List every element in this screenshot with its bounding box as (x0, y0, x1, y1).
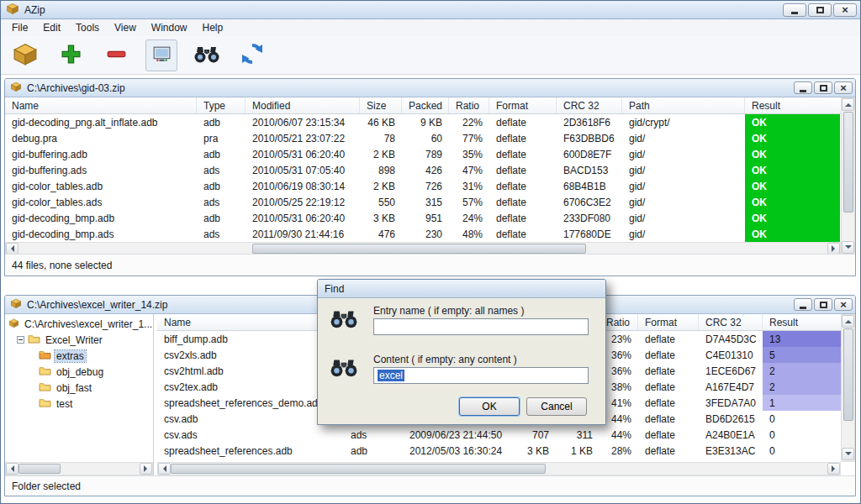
ok-button[interactable]: OK (459, 397, 520, 416)
gid03-vertical-scrollbar[interactable] (841, 97, 855, 255)
cell-size: 46 KB (360, 114, 402, 130)
cell-type: adb (344, 443, 403, 459)
column-header-modified[interactable]: Modified (246, 97, 360, 113)
column-header-crc32[interactable]: CRC 32 (699, 314, 763, 330)
scroll-up-button[interactable] (842, 315, 854, 328)
close-button[interactable] (833, 3, 857, 17)
tree-subfolder[interactable]: obj_debug (5, 364, 153, 380)
scroll-right-button[interactable] (140, 463, 152, 475)
scroll-down-button[interactable] (842, 448, 854, 460)
scroll-thumb[interactable] (171, 464, 546, 474)
cell-name: spreadsheet_references_demo.adb (157, 395, 344, 411)
minimize-button[interactable] (783, 3, 806, 17)
gid03-close-button[interactable] (834, 81, 853, 94)
open-archive-button[interactable] (9, 39, 41, 71)
folder-tree-pane: C:\Archives\excel_writer_1... Excel_Writ… (5, 314, 154, 475)
column-header-format[interactable]: Format (489, 97, 557, 113)
scroll-right-button[interactable] (827, 463, 840, 475)
scroll-right-button[interactable] (827, 243, 840, 255)
column-header-crc32[interactable]: CRC 32 (557, 97, 622, 113)
close-icon (840, 82, 847, 94)
file-row[interactable]: spreadsheet_references.adb adb 2012/05/0… (157, 443, 841, 459)
maximize-button[interactable] (808, 3, 832, 17)
file-row[interactable]: gid-decoding_bmp.adb adb 2010/05/31 06:2… (5, 210, 841, 226)
tree-subfolder[interactable]: extras (5, 348, 153, 364)
scroll-thumb[interactable] (843, 112, 853, 213)
find-button[interactable] (191, 39, 223, 71)
binoculars-icon (330, 308, 358, 331)
cell-size: 3 KB (360, 210, 402, 226)
column-header-name[interactable]: Name (5, 97, 197, 113)
tree-root-item[interactable]: C:\Archives\excel_writer_1... (5, 316, 153, 332)
scroll-thumb[interactable] (252, 244, 586, 254)
scroll-left-button[interactable] (6, 243, 18, 255)
scroll-up-button[interactable] (842, 98, 854, 111)
tree-subfolder[interactable]: test (5, 396, 153, 412)
find-dialog-titlebar[interactable]: Find (318, 280, 605, 298)
menu-item[interactable]: Edit (35, 20, 68, 35)
cell-path: gid/ (622, 162, 745, 178)
cell-result: 2 (763, 379, 841, 395)
excel-maximize-button[interactable] (814, 298, 832, 311)
file-row[interactable]: debug.pra pra 2010/05/21 23:07:22 78 60 … (5, 130, 841, 146)
excel-horizontal-scrollbar[interactable] (157, 462, 841, 475)
main-titlebar[interactable]: AZip (1, 1, 860, 19)
tree-horizontal-scrollbar[interactable] (5, 462, 153, 475)
entry-name-input[interactable] (373, 318, 589, 335)
menu-item[interactable]: File (4, 20, 35, 35)
collapse-icon[interactable] (17, 336, 24, 344)
column-header-result[interactable]: Result (763, 314, 841, 330)
cell-modified: 2010/05/31 06:20:40 (246, 146, 360, 162)
menu-item[interactable]: View (107, 20, 144, 35)
gid03-titlebar[interactable]: C:\Archives\gid-03.zip (5, 79, 855, 97)
cell-result: 2 (763, 363, 841, 379)
remove-entries-button[interactable] (100, 39, 132, 71)
file-row[interactable]: gid-buffering.ads ads 2010/05/31 07:05:4… (5, 162, 841, 178)
extract-button[interactable] (145, 39, 177, 71)
column-header-size[interactable]: Size (360, 97, 402, 113)
gid03-maximize-button[interactable] (814, 81, 832, 94)
menu-item[interactable]: Tools (68, 20, 107, 35)
cell-name: debug.pra (5, 130, 197, 146)
column-header-path[interactable]: Path (622, 97, 745, 113)
column-header-format[interactable]: Format (638, 314, 699, 330)
tree-subfolder[interactable]: obj_fast (5, 380, 153, 396)
selected-text: excel (378, 370, 404, 381)
menu-item[interactable]: Help (195, 20, 231, 35)
file-row[interactable]: gid-buffering.adb adb 2010/05/31 06:20:4… (5, 146, 841, 162)
add-entries-button[interactable] (55, 39, 87, 71)
file-row[interactable]: gid-decoding_png.alt_inflate.adb adb 201… (5, 114, 841, 130)
cancel-button[interactable]: Cancel (526, 397, 587, 416)
minimize-icon (800, 90, 806, 92)
scroll-thumb[interactable] (18, 464, 61, 474)
recompress-button[interactable] (236, 39, 268, 71)
column-header-packed[interactable]: Packed (402, 97, 449, 113)
gid03-minimize-button[interactable] (794, 81, 812, 94)
column-header-name[interactable]: Name (157, 314, 344, 330)
cell-modified: 2011/09/30 21:44:16 (246, 226, 360, 242)
cell-ratio: 22% (449, 114, 489, 130)
scroll-thumb[interactable] (843, 328, 853, 421)
file-row[interactable]: gid-decoding_bmp.ads ads 2011/09/30 21:4… (5, 226, 841, 242)
excel-close-button[interactable] (834, 298, 853, 311)
minus-icon (105, 43, 128, 68)
excel-vertical-scrollbar[interactable] (841, 314, 855, 462)
file-row[interactable]: csv.ads ads 2009/06/23 21:44:50 707 311 … (157, 427, 841, 443)
cell-modified: 2010/05/21 23:07:22 (246, 130, 360, 146)
extract-icon (151, 44, 172, 67)
file-row[interactable]: gid-color_tables.adb adb 2010/06/19 08:3… (5, 178, 841, 194)
scroll-left-button[interactable] (6, 463, 18, 475)
column-header-result[interactable]: Result (745, 97, 840, 113)
scroll-down-button[interactable] (842, 241, 854, 254)
column-header-type[interactable]: Type (197, 97, 246, 113)
find-dialog-title: Find (325, 283, 344, 295)
file-row[interactable]: gid-color_tables.ads ads 2010/05/25 22:1… (5, 194, 841, 210)
column-header-ratio[interactable]: Ratio (449, 97, 489, 113)
cell-crc32: 177680DE (557, 226, 622, 242)
content-input[interactable]: excel (373, 367, 589, 384)
tree-folder-excel-writer[interactable]: Excel_Writer (5, 332, 153, 348)
menu-item[interactable]: Window (144, 20, 195, 35)
excel-minimize-button[interactable] (794, 298, 812, 311)
excel-title: C:\Archives\excel_writer_14.zip (27, 299, 167, 311)
scroll-left-button[interactable] (158, 463, 171, 475)
